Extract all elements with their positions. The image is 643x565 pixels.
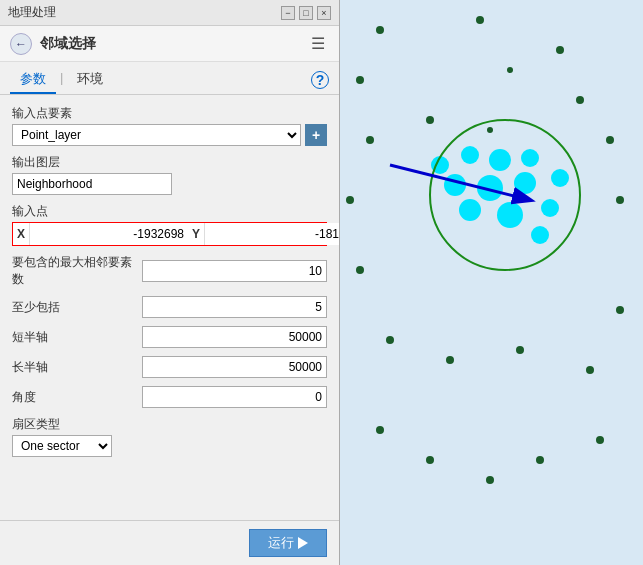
svg-point-23 xyxy=(431,156,449,174)
output-layer-group: 输出图层 Neighborhood xyxy=(12,154,327,195)
map-area xyxy=(340,0,643,565)
max-neighbors-label: 要包含的最大相邻要素数 xyxy=(12,254,142,288)
add-layer-button[interactable]: + xyxy=(305,124,327,146)
min-neighbors-input[interactable]: 5 xyxy=(142,296,327,318)
svg-point-1 xyxy=(476,16,484,24)
svg-point-9 xyxy=(606,136,614,144)
svg-point-14 xyxy=(446,356,454,364)
svg-point-11 xyxy=(616,196,624,204)
semi-minor-row: 短半轴 50000 xyxy=(12,326,327,348)
semi-major-row: 长半轴 50000 xyxy=(12,356,327,378)
svg-point-32 xyxy=(497,202,523,228)
add-icon: + xyxy=(312,127,320,143)
svg-point-28 xyxy=(477,175,503,201)
run-button[interactable]: 运行 xyxy=(249,529,327,557)
input-layer-select[interactable]: Point_layer xyxy=(12,124,301,146)
svg-point-19 xyxy=(426,456,434,464)
svg-point-16 xyxy=(586,366,594,374)
max-neighbors-input[interactable]: 10 xyxy=(142,260,327,282)
semi-minor-label: 短半轴 xyxy=(12,329,142,346)
input-point-label: 输入点 xyxy=(12,203,327,220)
angle-row: 角度 0 xyxy=(12,386,327,408)
svg-point-21 xyxy=(536,456,544,464)
svg-point-26 xyxy=(521,149,539,167)
form-area: 输入点要素 Point_layer + 输出图层 Neighborhood 输入… xyxy=(0,95,339,520)
restore-button[interactable]: □ xyxy=(299,6,313,20)
close-button[interactable]: × xyxy=(317,6,331,20)
semi-minor-input[interactable]: 50000 xyxy=(142,326,327,348)
tabs-row: 参数 | 环境 ? xyxy=(0,62,339,95)
input-layer-row: Point_layer + xyxy=(12,124,327,146)
svg-point-17 xyxy=(616,306,624,314)
svg-point-7 xyxy=(426,116,434,124)
semi-major-label: 长半轴 xyxy=(12,359,142,376)
svg-point-24 xyxy=(461,146,479,164)
svg-point-29 xyxy=(514,172,536,194)
title-bar-controls: − □ × xyxy=(281,6,331,20)
svg-point-30 xyxy=(551,169,569,187)
min-neighbors-row: 至少包括 5 xyxy=(12,296,327,318)
semi-major-input[interactable]: 50000 xyxy=(142,356,327,378)
run-arrow-icon xyxy=(298,537,308,549)
output-layer-label: 输出图层 xyxy=(12,154,327,171)
x-input[interactable]: -1932698 xyxy=(29,223,188,245)
svg-point-4 xyxy=(507,67,513,73)
angle-label: 角度 xyxy=(12,389,142,406)
window-title: 地理处理 xyxy=(8,4,56,21)
sector-type-group: 扇区类型 One sectorTwo sectorsFour sectorsEi… xyxy=(12,416,327,457)
svg-point-5 xyxy=(576,96,584,104)
sector-type-label: 扇区类型 xyxy=(12,416,327,433)
y-label: Y xyxy=(188,227,204,241)
tab-params[interactable]: 参数 xyxy=(10,66,56,94)
svg-point-35 xyxy=(430,120,580,270)
svg-point-15 xyxy=(516,346,524,354)
map-svg xyxy=(340,0,643,565)
svg-point-2 xyxy=(556,46,564,54)
y-input[interactable]: -181959 xyxy=(204,223,339,245)
max-neighbors-row: 要包含的最大相邻要素数 10 xyxy=(12,254,327,288)
svg-point-0 xyxy=(376,26,384,34)
tab-separator: | xyxy=(58,66,65,94)
svg-point-18 xyxy=(376,426,384,434)
svg-point-25 xyxy=(489,149,511,171)
tabs: 参数 | 环境 xyxy=(10,66,113,94)
x-label: X xyxy=(13,227,29,241)
min-neighbors-label: 至少包括 xyxy=(12,299,142,316)
input-point-group: 输入点 X -1932698 Y -181959 xyxy=(12,203,327,246)
svg-point-12 xyxy=(356,266,364,274)
svg-point-31 xyxy=(459,199,481,221)
help-button[interactable]: ? xyxy=(311,71,329,89)
svg-point-3 xyxy=(356,76,364,84)
left-panel: 地理处理 − □ × ← 邻域选择 ☰ 参数 | 环境 ? 输入点要素 Poin… xyxy=(0,0,340,565)
input-layer-label: 输入点要素 xyxy=(12,105,327,122)
svg-point-20 xyxy=(486,476,494,484)
sector-type-select[interactable]: One sectorTwo sectorsFour sectorsEight s… xyxy=(12,435,112,457)
minimize-button[interactable]: − xyxy=(281,6,295,20)
panel-footer: 运行 xyxy=(0,520,339,565)
output-layer-input[interactable]: Neighborhood xyxy=(12,173,172,195)
panel-header-left: ← 邻域选择 xyxy=(10,33,96,55)
title-bar: 地理处理 − □ × xyxy=(0,0,339,26)
tab-env[interactable]: 环境 xyxy=(67,66,113,94)
svg-point-6 xyxy=(366,136,374,144)
svg-point-10 xyxy=(346,196,354,204)
svg-point-34 xyxy=(531,226,549,244)
back-button[interactable]: ← xyxy=(10,33,32,55)
svg-point-33 xyxy=(541,199,559,217)
panel-title: 邻域选择 xyxy=(40,35,96,53)
panel-header: ← 邻域选择 ☰ xyxy=(0,26,339,62)
svg-point-27 xyxy=(444,174,466,196)
svg-point-13 xyxy=(386,336,394,344)
input-layer-group: 输入点要素 Point_layer + xyxy=(12,105,327,146)
angle-input[interactable]: 0 xyxy=(142,386,327,408)
xy-row: X -1932698 Y -181959 xyxy=(12,222,327,246)
menu-button[interactable]: ☰ xyxy=(307,32,329,55)
run-label: 运行 xyxy=(268,534,294,552)
svg-point-8 xyxy=(487,127,493,133)
svg-line-37 xyxy=(390,165,530,200)
svg-point-22 xyxy=(596,436,604,444)
